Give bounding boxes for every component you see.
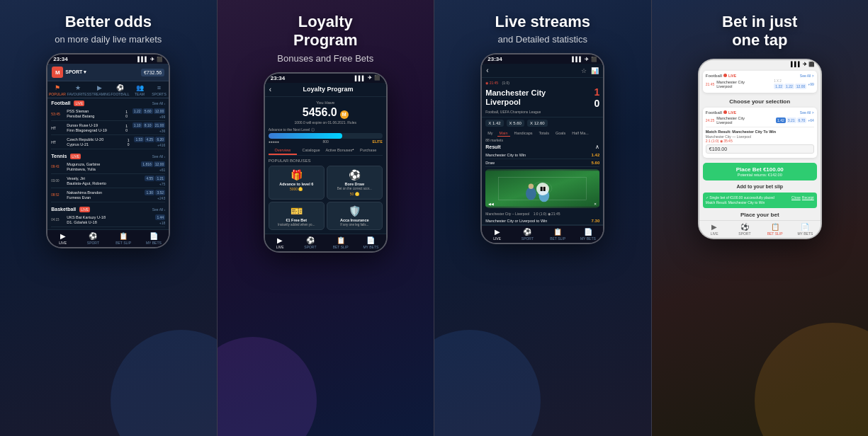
tab-overview[interactable]: Overview (269, 147, 297, 155)
bottom-nav-betslip[interactable]: 📋 BET SLIP (108, 232, 139, 245)
result-section: Result (485, 144, 500, 149)
sport-label-2: Football (706, 110, 722, 115)
table-row: HT Czech Republic U-20 Cyprus U-21 1 0 1… (51, 135, 165, 149)
football-section: Football LIVE See All › 53:45 PSS Sleman… (47, 98, 169, 151)
bottom-nav-sport-2[interactable]: ⚽ SPORT (295, 236, 326, 249)
more-markets-1[interactable]: +99 (808, 82, 813, 86)
nav-streaming[interactable]: ▶ STREAMING (89, 84, 111, 96)
bottom-nav-4: ▶ LIVE ⚽ SPORT 📋 BET SLIP 📄 MY BETS (699, 220, 821, 238)
stake-input[interactable]: €100.00 (706, 144, 814, 154)
advance-label: Advance to the Next Level ⓘ (269, 127, 315, 132)
bottom-nav-sport-3[interactable]: ⚽ SPORT (512, 228, 543, 241)
phone2-content: ‹ Loyalty Program You Have 5456.0 M 1000… (265, 83, 386, 234)
tab-catalogue[interactable]: Catalogue (297, 147, 325, 155)
panel1-subtitle: on more daily live markets (55, 34, 162, 45)
bottom-nav-mybets-3[interactable]: 📄 MY BETS (573, 228, 604, 241)
bottom-nav-live[interactable]: ▶ LIVE (47, 232, 78, 245)
bottom-nav-betslip-3[interactable]: 📋 BET SLIP (543, 228, 573, 241)
panel-loyalty: LoyaltyProgram Bonuses and Free Bets 23:… (218, 0, 434, 436)
bottom-nav-betslip-2[interactable]: 📋 BET SLIP (325, 236, 356, 249)
bottom-nav-mybets[interactable]: 📄 MY BETS (139, 232, 169, 245)
bonus-card-free-bet[interactable]: 🎫 €1 Free Bet Instantly added when yo... (269, 202, 325, 231)
team1-name: Manchester City (485, 88, 546, 98)
odd-1[interactable]: 1.22 (774, 84, 784, 89)
advance-cost: 5000 🟡 (272, 187, 321, 191)
status-bar-1: 23:34 ▌▌▌ ✈ ⬛ (47, 54, 169, 64)
bonus-card-bore-draw[interactable]: ⚽ Bore Draw Bet on the correct scor... 5… (327, 166, 383, 200)
panel4-header: Bet in justone tap (715, 0, 804, 56)
panel3-header: Live streams and Detailed statistics (487, 0, 597, 50)
tennis-see-all[interactable]: See All › (152, 154, 166, 159)
market-row-draw: Draw 5.60 (485, 159, 599, 167)
back-button[interactable]: ‹ (269, 86, 271, 93)
odd-away-2[interactable]: 6.70 (797, 117, 807, 123)
panel1-phone: 23:34 ▌▌▌ ✈ ⬛ M SPORT ▾ €732.56 (46, 53, 170, 248)
close-link[interactable]: Close (791, 195, 801, 200)
betslip-card-1: Football LIVE See All > 21:45 Manchester… (703, 71, 817, 93)
place-bet-button[interactable]: Place Bet €100.00 Potential returns: €14… (703, 163, 817, 180)
tab-active-bonuses[interactable]: Active Bonuses⁴ (325, 147, 354, 155)
video-thumbnail[interactable]: ▮▮ ◀◀ ✕ (485, 169, 599, 208)
panel2-header: LoyaltyProgram Bonuses and Free Bets (270, 0, 381, 69)
markets-section: 88 markets Result ∧ Manchester City to W… (482, 138, 603, 167)
tab-half-ma[interactable]: Half Ma... (570, 130, 591, 137)
nav-team[interactable]: 👥 TEAM (130, 84, 149, 96)
markets-count: 88 markets (485, 138, 599, 142)
play-button[interactable]: ▮▮ (536, 183, 549, 195)
tab-totals[interactable]: Totals (537, 130, 551, 137)
panel1-phone-container: 23:34 ▌▌▌ ✈ ⬛ M SPORT ▾ €732.56 (46, 53, 170, 436)
tab-handicaps[interactable]: Handicaps (512, 130, 535, 137)
match-meta: ◉ 21:45 (1:0) (485, 81, 599, 85)
odd-selected[interactable]: 1.42 (776, 117, 786, 123)
odd-draw-2[interactable]: 3.21 (787, 117, 796, 123)
tab-purchase[interactable]: Purchase (354, 147, 383, 155)
phone1-content: M SPORT ▾ €732.56 ⚑ POPULAR ★ FAVOURITES (47, 64, 169, 229)
phone1-nav: ⚑ POPULAR ★ FAVOURITES ▶ STREAMING ⚽ FOO… (47, 81, 169, 98)
panel2-subtitle: Bonuses and Free Bets (277, 53, 373, 64)
bottom-nav-live-4[interactable]: ▶ LIVE (699, 223, 730, 236)
see-all-2[interactable]: See All > (800, 110, 814, 115)
back-button-3[interactable]: ‹ (486, 67, 488, 74)
tab-my[interactable]: My (485, 130, 495, 137)
nav-sports[interactable]: ≡ SPORTS (150, 84, 169, 96)
loyalty-page-title: Loyalty Program (274, 86, 382, 93)
m-logo: M (52, 67, 63, 78)
bonus-card-advance[interactable]: 🎁 Advance to level 6 5000 🟡 (269, 166, 325, 200)
more-markets-2[interactable]: +64 (808, 118, 813, 122)
bottom-nav-live-2[interactable]: ▶ LIVE (265, 236, 295, 249)
star-icon[interactable]: ☆ (581, 67, 587, 74)
football-see-all[interactable]: See All › (152, 101, 166, 105)
bottom-nav-betslip-4[interactable]: 📋 BET SLIP (760, 223, 790, 236)
bottom-nav-live-3[interactable]: ▶ LIVE (482, 228, 512, 241)
tab-main[interactable]: Main (497, 130, 510, 137)
table-row: 03:00 Vesely, Jiri Bautista-Agut, Robert… (51, 174, 165, 188)
nav-football[interactable]: ⚽ FOOTBALL (111, 84, 130, 96)
bottom-nav-mybets-2[interactable]: 📄 MY BETS (356, 236, 386, 249)
expand-icon[interactable]: ∧ (595, 144, 599, 150)
bottom-nav-sport[interactable]: ⚽ SPORT (78, 232, 108, 245)
odd-3[interactable]: 12.00 (795, 84, 807, 89)
see-all-1[interactable]: See All > (800, 74, 814, 78)
tennis-live-badge: LIVE (70, 154, 81, 159)
free-bet-name: €1 Free Bet (272, 218, 321, 222)
panel2-title: LoyaltyProgram (277, 13, 373, 50)
bottom-nav-sport-4[interactable]: ⚽ SPORT (730, 223, 760, 236)
live-dot-1 (723, 74, 727, 77)
bet-time-2: 24:25 (706, 118, 715, 122)
nav-favourites[interactable]: ★ FAVOURITES (67, 84, 89, 96)
panel2-phone-container: 23:34 ▌▌▌ ✈ ⬛ ‹ Loyalty Program You Have… (264, 72, 388, 436)
tab-goals[interactable]: Goals (553, 130, 568, 137)
odd-2[interactable]: 1.22 (784, 84, 794, 89)
free-bet-icon: 🎫 (272, 205, 321, 217)
table-row: HT Dunav Ruse U-19 Finn Blagoevgrad U-19… (51, 121, 165, 135)
nav-popular[interactable]: ⚑ POPULAR (47, 84, 67, 96)
table-row: 53:45 PSS Sleman Persibat Batang 1 0 1.2… (51, 107, 165, 121)
close-video-icon[interactable]: ✕ (594, 202, 597, 206)
receipt-link[interactable]: Receipt (802, 195, 814, 200)
basketball-see-all[interactable]: See All › (152, 207, 166, 212)
stats-icon[interactable]: 📊 (591, 67, 599, 74)
svg-point-4 (529, 184, 534, 189)
bonus-card-acca[interactable]: 🛡️ Acca Insurance If any one leg fails..… (327, 202, 383, 231)
bottom-nav-mybets-4[interactable]: 📄 MY BETS (790, 223, 821, 236)
nav-favourites-label: FAVOURITES (67, 92, 89, 96)
